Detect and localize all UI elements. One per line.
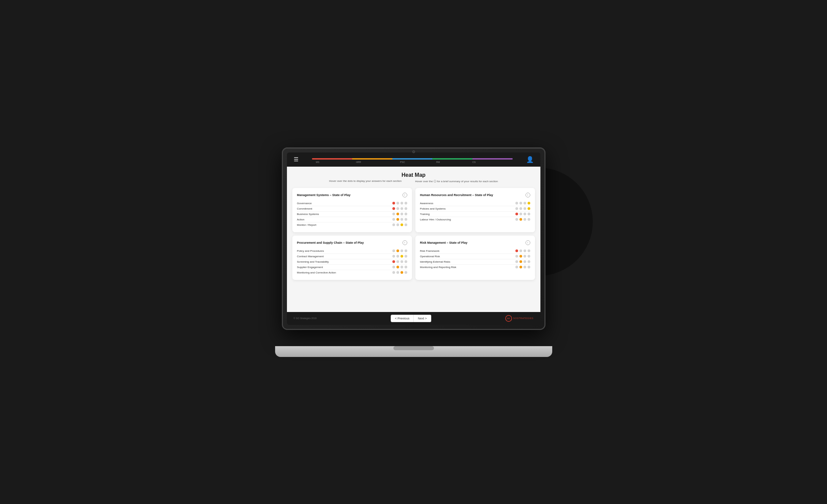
info-icon-human-resources[interactable]: i [526,193,530,197]
dot-4[interactable] [405,218,407,221]
dot-3[interactable] [524,266,526,268]
dot-2[interactable] [519,213,522,215]
dot-4[interactable] [528,255,530,258]
dot-3[interactable] [400,249,403,252]
dot-2[interactable] [519,249,522,252]
row-contract-management-label: Contract Management [297,255,324,258]
main-content-area: Heat Map Hover over the dots to display … [287,167,540,312]
dot-1[interactable] [515,249,518,252]
dot-4[interactable] [528,266,530,268]
dot-1[interactable] [515,266,518,268]
dot-3[interactable] [400,255,403,258]
dot-3[interactable] [524,202,526,205]
info-icon-risk-management[interactable]: i [526,240,530,245]
dot-2[interactable] [519,255,522,258]
next-button[interactable]: Next > [414,315,431,322]
dot-1[interactable] [515,213,518,215]
dot-4[interactable] [405,266,407,268]
dot-3[interactable] [524,249,526,252]
dot-2[interactable] [396,271,399,274]
dot-4[interactable] [405,249,407,252]
dot-4[interactable] [405,271,407,274]
dot-1[interactable] [515,255,518,258]
card-management-systems: Management Systems – State of Play i Gov… [292,188,412,232]
dot-4[interactable] [405,202,407,205]
dot-3[interactable] [400,213,403,215]
dot-1[interactable] [392,271,395,274]
progress-label-cs: CS [472,161,476,163]
dot-1[interactable] [392,266,395,268]
dot-2[interactable] [519,207,522,210]
dot-1[interactable] [392,202,395,205]
row-contract-management-dots [392,255,407,258]
dot-4[interactable] [405,207,407,210]
row-risk-framework: Risk Framework [420,248,530,254]
dot-4[interactable] [528,213,530,215]
dot-4[interactable] [405,223,407,226]
row-policy-procedures-label: Policy and Procedures [297,249,324,253]
dot-4[interactable] [528,260,530,263]
dot-2[interactable] [396,260,399,263]
dot-2[interactable] [396,207,399,210]
dot-2[interactable] [396,218,399,221]
dot-3[interactable] [400,218,403,221]
user-profile-icon[interactable]: 👤 [526,156,534,163]
dot-2[interactable] [396,223,399,226]
dot-1[interactable] [392,255,395,258]
dot-4[interactable] [405,213,407,215]
dot-2[interactable] [396,266,399,268]
dot-3[interactable] [524,260,526,263]
dot-4[interactable] [528,207,530,210]
dot-2[interactable] [396,255,399,258]
dot-4[interactable] [405,255,407,258]
row-risk-framework-dots [515,249,530,252]
card-procurement-header: Procurement and Supply Chain – State of … [297,240,407,245]
dot-1[interactable] [392,249,395,252]
previous-button[interactable]: < Previous [391,315,414,322]
hamburger-menu-icon[interactable]: ☰ [294,156,298,163]
dot-3[interactable] [400,207,403,210]
dot-2[interactable] [396,249,399,252]
row-policies-systems-label: Policies and Systems [420,207,446,210]
dot-4[interactable] [528,202,530,205]
dot-3[interactable] [524,218,526,221]
dot-3[interactable] [524,213,526,215]
info-icon-procurement[interactable]: i [403,240,407,245]
dot-2[interactable] [519,266,522,268]
dot-1[interactable] [515,218,518,221]
row-awareness-dots [515,202,530,205]
row-policies-systems-dots [515,207,530,210]
dot-2[interactable] [519,260,522,263]
dot-2[interactable] [519,218,522,221]
dot-2[interactable] [519,202,522,205]
dot-2[interactable] [396,202,399,205]
dot-1[interactable] [515,207,518,210]
dot-1[interactable] [392,213,395,215]
dot-4[interactable] [528,218,530,221]
dot-4[interactable] [405,260,407,263]
laptop-base [275,346,552,357]
dot-4[interactable] [528,249,530,252]
dot-1[interactable] [392,218,395,221]
row-monitor-report-dots [392,223,407,226]
card-risk-management: Risk Management – State of Play i Risk F… [415,236,535,280]
row-screening-traceability-label: Screening and Traceability [297,260,329,263]
dot-3[interactable] [524,255,526,258]
card-procurement-supply-chain: Procurement and Supply Chain – State of … [292,236,412,280]
dot-3[interactable] [524,207,526,210]
page-title: Heat Map [292,172,535,178]
dot-1[interactable] [392,207,395,210]
dot-3[interactable] [400,271,403,274]
row-operational-risk: Operational Risk [420,254,530,259]
dot-3[interactable] [400,202,403,205]
dot-3[interactable] [400,266,403,268]
info-icon-management-systems[interactable]: i [403,193,407,197]
dot-1[interactable] [515,202,518,205]
dot-1[interactable] [515,260,518,263]
row-policy-procedures: Policy and Procedures [297,248,407,254]
dot-1[interactable] [392,260,395,263]
dot-2[interactable] [396,213,399,215]
dot-3[interactable] [400,260,403,263]
dot-3[interactable] [400,223,403,226]
dot-1[interactable] [392,223,395,226]
